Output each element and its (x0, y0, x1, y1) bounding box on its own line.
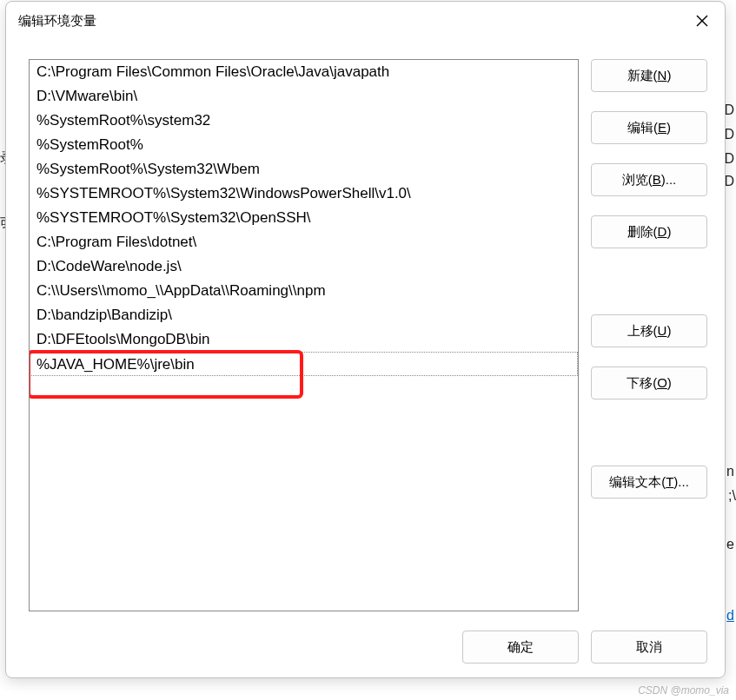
button-column: 新建(N) 编辑(E) 浏览(B)... 删除(D) 上移(U) 下移(O) 编… (591, 59, 707, 611)
bg-text: ;\ (728, 488, 736, 504)
list-item[interactable]: C:\\Users\\momo_\\AppData\\Roaming\\npm (30, 279, 578, 303)
bg-text: e (726, 537, 734, 552)
list-item[interactable]: %SystemRoot%\system32 (30, 109, 578, 133)
list-item[interactable]: %SystemRoot% (30, 133, 578, 157)
title-bar: 编辑环境变量 (6, 2, 725, 33)
path-list[interactable]: C:\Program Files\Common Files\Oracle\Jav… (29, 59, 579, 611)
list-item-editing[interactable]: %JAVA_HOME%\jre\bin (30, 352, 578, 376)
bg-text: D (724, 174, 734, 189)
cancel-button[interactable]: 取消 (591, 631, 707, 664)
edittext-button[interactable]: 编辑文本(T)... (591, 466, 707, 499)
bg-text: D (724, 127, 734, 142)
ok-button[interactable]: 确定 (462, 631, 579, 664)
watermark: CSDN @momo_via (638, 684, 729, 697)
close-button[interactable] (692, 10, 713, 31)
dialog-title: 编辑环境变量 (18, 13, 96, 30)
moveup-button[interactable]: 上移(U) (591, 314, 707, 347)
bg-text: n (726, 464, 734, 479)
browse-button[interactable]: 浏览(B)... (591, 163, 707, 196)
movedown-button[interactable]: 下移(O) (591, 367, 707, 400)
new-button[interactable]: 新建(N) (591, 59, 707, 92)
edit-button[interactable]: 编辑(E) (591, 111, 707, 144)
close-icon (696, 15, 708, 27)
delete-button[interactable]: 删除(D) (591, 215, 707, 248)
list-item[interactable]: %SYSTEMROOT%\System32\WindowsPowerShell\… (30, 182, 578, 206)
bg-text: d (726, 608, 734, 624)
list-item[interactable]: D:\bandzip\Bandizip\ (30, 303, 578, 327)
list-item[interactable]: D:\DFEtools\MongoDB\bin (30, 327, 578, 352)
list-item[interactable]: C:\Program Files\Common Files\Oracle\Jav… (30, 60, 578, 84)
list-item[interactable]: D:\VMware\bin\ (30, 84, 578, 109)
list-item[interactable]: C:\Program Files\dotnet\ (30, 230, 578, 254)
list-item[interactable]: %SYSTEMROOT%\System32\OpenSSH\ (30, 206, 578, 230)
bg-text: D (724, 102, 734, 118)
bg-text: D (724, 151, 734, 167)
list-item[interactable]: %SystemRoot%\System32\Wbem (30, 157, 578, 182)
dialog-footer: 确定 取消 (6, 624, 725, 677)
env-var-dialog: 编辑环境变量 C:\Program Files\Common Files\Ora… (5, 1, 726, 678)
content-area: C:\Program Files\Common Files\Oracle\Jav… (6, 33, 725, 624)
list-item[interactable]: D:\CodeWare\node.js\ (30, 254, 578, 279)
